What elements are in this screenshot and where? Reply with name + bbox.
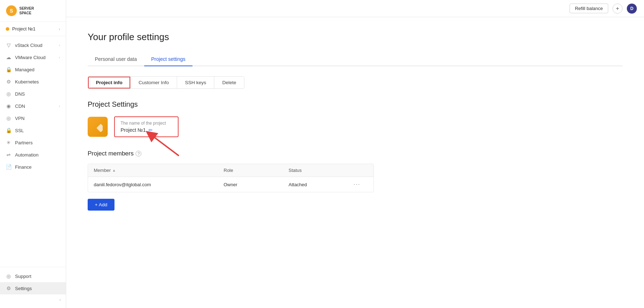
sidebar-item-label: DNS: [15, 91, 25, 97]
logo: S SERVERSPACE: [0, 0, 66, 22]
kubernetes-icon: ⚙: [6, 79, 11, 85]
sidebar-item-label: VPN: [15, 116, 25, 121]
sidebar-item-managed[interactable]: 🔒 Managed: [0, 63, 66, 76]
sidebar-item-ssl[interactable]: 🔒 SSL: [0, 124, 66, 136]
logo-text: SERVERSPACE: [19, 6, 34, 15]
subtab-delete[interactable]: Delete: [214, 77, 244, 88]
member-email: daniil.fedorov@itglobal.com: [94, 182, 224, 187]
project-avatar-icon: [93, 122, 103, 132]
sidebar-item-automation[interactable]: ⇌ Automation: [0, 149, 66, 161]
sidebar-item-cdn[interactable]: ◉ CDN ‹: [0, 100, 66, 112]
refill-balance-button[interactable]: Refill balance: [570, 4, 608, 13]
managed-icon: 🔒: [6, 67, 11, 72]
cdn-icon: ◉: [6, 103, 11, 109]
sidebar-nav: ▽ vStack Cloud ‹ ☁ VMware Cloud ‹ 🔒 Mana…: [0, 36, 66, 267]
table-row: daniil.fedorov@itglobal.com Owner Attach…: [88, 177, 374, 192]
vpn-icon: ◎: [6, 115, 11, 121]
project-chevron-icon: ›: [59, 27, 60, 31]
members-table: Member ▲ Role Status daniil.fedorov@itgl…: [88, 164, 374, 192]
subtab-ssh-keys[interactable]: SSH keys: [177, 77, 214, 88]
sidebar-item-label: SSL: [15, 128, 24, 133]
project-name-row: The name of the project Project №1 ✏: [88, 116, 623, 137]
sidebar-item-partners[interactable]: ✳ Partners: [0, 136, 66, 149]
members-section-title: Project members ?: [88, 150, 623, 157]
main-wrapper: Refill balance + D Your profile settings…: [66, 0, 644, 308]
project-dot: [6, 27, 9, 31]
vstack-icon: ▽: [6, 42, 11, 48]
chevron-icon: ‹: [59, 104, 60, 108]
topbar: Refill balance + D: [66, 0, 644, 17]
main-tabs: Personal user data Project settings: [88, 53, 623, 66]
edit-icon[interactable]: ✏: [148, 127, 153, 133]
col-role: Role: [224, 168, 289, 173]
sidebar-item-finance[interactable]: 📄 Finance: [0, 161, 66, 173]
chevron-icon: ‹: [59, 56, 60, 59]
sidebar-item-vmware[interactable]: ☁ VMware Cloud ‹: [0, 51, 66, 63]
chevron-icon: ‹: [59, 43, 60, 47]
sort-icon[interactable]: ▲: [112, 168, 116, 172]
sidebar-item-label: Automation: [15, 152, 39, 158]
add-member-button[interactable]: + Add: [88, 199, 114, 211]
sidebar-item-kubernetes[interactable]: ⚙ Kubernetes: [0, 76, 66, 88]
sidebar-collapse-button[interactable]: ‹: [0, 294, 66, 305]
sidebar-item-settings[interactable]: ⚙ Settings: [0, 282, 66, 294]
col-status: Status: [289, 168, 354, 173]
member-status: Attached: [289, 182, 354, 187]
project-name-value: Project №1 ✏: [121, 127, 172, 133]
svg-text:S: S: [10, 8, 13, 14]
settings-icon: ⚙: [6, 285, 11, 291]
sidebar-item-support[interactable]: ◎ Support: [0, 270, 66, 282]
table-header: Member ▲ Role Status: [88, 164, 374, 177]
tab-personal[interactable]: Personal user data: [88, 53, 144, 66]
sidebar-item-label: Partners: [15, 140, 33, 145]
subtab-customer-info[interactable]: Customer Info: [131, 77, 177, 88]
members-title-text: Project members: [88, 150, 133, 157]
project-selector[interactable]: Project №1 ›: [0, 22, 66, 36]
content-area: Your profile settings Personal user data…: [66, 17, 644, 308]
project-avatar: [88, 117, 108, 137]
sidebar-item-vpn[interactable]: ◎ VPN: [0, 112, 66, 124]
project-name-label-text: The name of the project: [121, 121, 172, 126]
member-actions: ···: [353, 181, 368, 188]
sub-tabs: Project info Customer Info SSH keys Dele…: [88, 76, 244, 89]
member-role: Owner: [224, 182, 289, 187]
project-name-label: Project №1: [12, 26, 59, 32]
project-name-section: The name of the project Project №1 ✏: [88, 116, 623, 137]
ssl-icon: 🔒: [6, 127, 11, 133]
svg-rect-2: [96, 124, 103, 132]
col-actions: [353, 168, 368, 173]
sidebar: S SERVERSPACE Project №1 › ▽ vStack Clou…: [0, 0, 66, 308]
avatar[interactable]: D: [627, 4, 637, 14]
add-button[interactable]: +: [613, 4, 623, 14]
collapse-icon: ‹: [59, 297, 61, 302]
subtab-project-info[interactable]: Project info: [88, 77, 131, 88]
dns-icon: ◎: [6, 91, 11, 97]
sidebar-item-label: Support: [15, 274, 31, 279]
finance-icon: 📄: [6, 164, 11, 170]
sidebar-item-label: Managed: [15, 67, 34, 72]
sidebar-item-label: VMware Cloud: [15, 55, 45, 60]
support-icon: ◎: [6, 273, 11, 279]
sidebar-item-label: Finance: [15, 164, 31, 170]
members-help-icon[interactable]: ?: [136, 151, 141, 157]
sidebar-item-label: CDN: [15, 104, 25, 109]
partners-icon: ✳: [6, 140, 11, 145]
page-title: Your profile settings: [88, 32, 623, 43]
sidebar-item-label: vStack Cloud: [15, 43, 43, 48]
project-name-box: The name of the project Project №1 ✏: [114, 116, 179, 137]
row-actions-button[interactable]: ···: [353, 181, 360, 188]
sidebar-item-label: Kubernetes: [15, 79, 39, 85]
logo-icon: S: [6, 5, 17, 16]
vmware-icon: ☁: [6, 54, 11, 60]
sidebar-item-dns[interactable]: ◎ DNS: [0, 88, 66, 100]
project-name-text: Project №1: [121, 127, 146, 133]
col-member: Member ▲: [94, 168, 224, 173]
sidebar-item-label: Settings: [15, 286, 32, 291]
automation-icon: ⇌: [6, 152, 11, 158]
sidebar-item-vstack[interactable]: ▽ vStack Cloud ‹: [0, 39, 66, 51]
tab-project-settings[interactable]: Project settings: [144, 53, 193, 66]
sidebar-bottom: ◎ Support ⚙ Settings ‹: [0, 267, 66, 308]
section-title: Project Settings: [88, 100, 623, 109]
